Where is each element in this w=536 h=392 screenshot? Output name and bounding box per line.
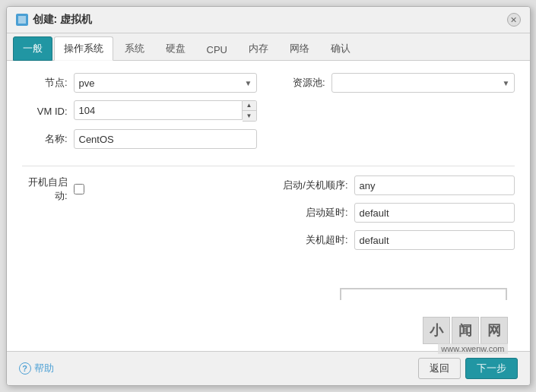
vmid-spinner-btns: ▲ ▼ [243,100,257,122]
watermark-char-2: 闻 [452,317,479,344]
help-label: 帮助 [34,362,54,375]
node-row: 节点: pve ▼ [22,73,257,93]
autostart-label: 开机自启动: [22,175,68,203]
vmid-decrement[interactable]: ▼ [243,111,256,121]
watermark-url: www.xwenw.com [438,343,507,354]
bottom-right: 启动/关机顺序: 启动延时: 关机超时: [280,175,515,258]
form-divider [22,166,515,166]
dialog-title: 创建: 虚拟机 [33,13,93,27]
svg-rect-0 [18,16,26,24]
vmid-increment[interactable]: ▲ [243,101,256,111]
tab-system[interactable]: 系统 [115,36,154,61]
vmid-row: VM ID: ▲ ▼ [22,100,257,122]
help-icon: ? [19,362,31,375]
vmid-label: VM ID: [22,106,68,117]
startup-input[interactable] [354,175,515,195]
help-button[interactable]: ? 帮助 [19,362,54,375]
node-select[interactable]: pve [74,73,257,93]
start-delay-row: 启动延时: [280,203,515,223]
autostart-checkbox[interactable] [74,184,84,194]
bottom-section: 开机自启动: 启动/关机顺序: 启动延时: [22,175,515,258]
resource-pool-row: 资源池: ▼ [280,73,515,93]
tab-general[interactable]: 一般 [13,36,52,61]
shutdown-label: 关机超时: [280,233,348,247]
form-left: 节点: pve ▼ VM ID: [22,73,257,156]
footer-left: ? 帮助 [19,362,54,375]
footer: ? 帮助 返回 下一步 [7,351,530,385]
start-delay-label: 启动延时: [280,206,348,220]
footer-right: 返回 下一步 [418,358,518,379]
autostart-row: 开机自启动: [22,175,257,203]
tab-memory[interactable]: 内存 [239,36,278,61]
next-button[interactable]: 下一步 [465,358,518,379]
close-button[interactable]: ✕ [507,13,521,27]
bottom-left: 开机自启动: [22,175,257,258]
back-button[interactable]: 返回 [418,358,461,379]
resource-pool-select[interactable] [331,73,515,93]
vmid-input[interactable] [74,100,243,120]
shutdown-input[interactable] [354,230,515,250]
startup-label: 启动/关机顺序: [280,179,348,192]
startup-row: 启动/关机顺序: [280,175,515,195]
tab-disk[interactable]: 硬盘 [156,36,195,61]
watermark-char-1: 小 [423,317,450,344]
shutdown-row: 关机超时: [280,230,515,250]
wizard-progress-bar [340,288,507,300]
tab-bar: 一般 操作系统 系统 硬盘 CPU 内存 网络 确认 [7,33,530,61]
dialog-icon [16,14,28,26]
name-row: 名称: [22,129,257,149]
progress-area [22,288,515,300]
name-label: 名称: [22,132,68,146]
tab-network[interactable]: 网络 [280,36,319,61]
node-label: 节点: [22,76,68,90]
form-content: 节点: pve ▼ VM ID: [7,61,530,351]
form-section-top: 节点: pve ▼ VM ID: [22,73,515,156]
node-select-wrapper: pve ▼ [74,73,257,93]
vmid-spinner-wrapper: ▲ ▼ [74,100,257,122]
watermark: 小 闻 网 [423,317,508,344]
tab-os[interactable]: 操作系统 [54,36,113,61]
name-input[interactable] [74,129,257,149]
resource-pool-label: 资源池: [280,76,325,90]
resource-pool-select-wrapper: ▼ [331,73,515,93]
start-delay-input[interactable] [354,203,515,223]
title-bar-left: 创建: 虚拟机 [16,13,93,27]
tab-confirm[interactable]: 确认 [321,36,360,61]
watermark-char-3: 网 [480,317,508,344]
title-bar: 创建: 虚拟机 ✕ [7,7,530,33]
tab-cpu[interactable]: CPU [197,39,237,61]
form-right: 资源池: ▼ [280,73,515,156]
